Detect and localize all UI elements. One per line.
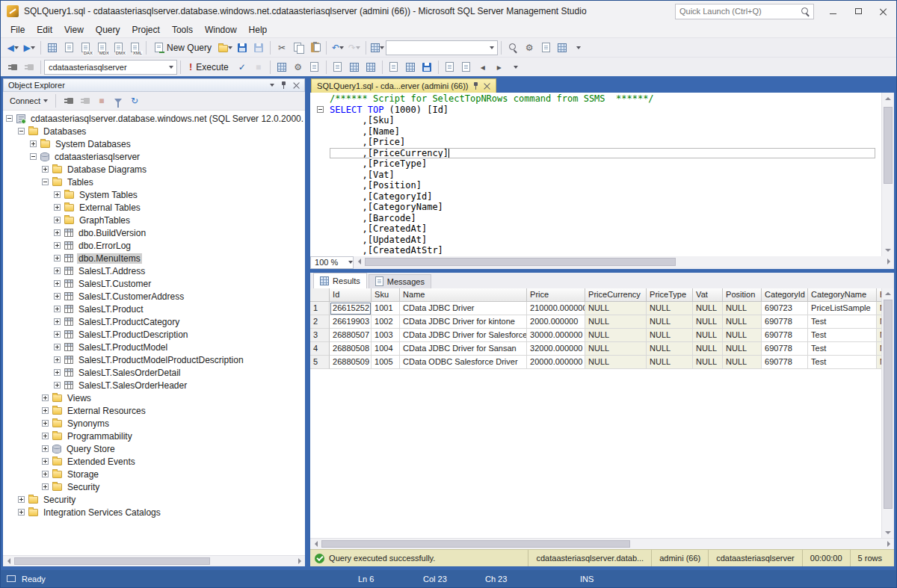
new-dax-query-icon[interactable]: DAX <box>77 40 93 56</box>
expand-icon[interactable] <box>18 509 25 516</box>
launch-profiler-icon[interactable] <box>369 40 386 56</box>
menu-window[interactable]: Window <box>199 23 243 37</box>
paste-icon[interactable] <box>306 40 323 56</box>
grid-cell[interactable]: NULL <box>647 315 693 329</box>
maximize-button[interactable] <box>845 1 871 22</box>
chevron-down-icon[interactable] <box>486 41 497 55</box>
grid-hscrollbar[interactable] <box>310 538 894 549</box>
tree-item-dbo-buildversion[interactable]: dbo.BuildVersion <box>3 226 305 239</box>
expand-icon[interactable] <box>42 433 49 439</box>
code-line[interactable]: ,[Name] <box>310 126 881 137</box>
tree-item-query-store[interactable]: Query Store <box>3 442 305 455</box>
collapse-icon[interactable] <box>18 128 25 134</box>
column-header-name[interactable]: Name <box>400 288 527 302</box>
grid-cell[interactable]: NULL <box>723 302 762 315</box>
save-icon[interactable] <box>234 40 250 56</box>
intellisense-icon[interactable] <box>306 59 323 75</box>
column-header-id[interactable]: Id <box>330 288 372 302</box>
tree-item-cdataasteriasqlserver[interactable]: cdataasteriasqlserver <box>3 150 305 163</box>
connect-button[interactable]: Connect <box>7 93 51 108</box>
tree-item-system-databases[interactable]: System Databases <box>3 137 305 150</box>
grid-cell[interactable]: 26880508 <box>330 342 372 356</box>
collapse-region-icon[interactable] <box>317 106 324 113</box>
grid-cell[interactable]: 690778 <box>762 342 808 356</box>
properties-window-icon[interactable]: ⚙ <box>521 40 537 56</box>
tree-item-databases[interactable]: Databases <box>3 125 305 137</box>
grid-cell[interactable]: CData JDBC Driver for kintone <box>400 315 527 329</box>
scroll-down-icon[interactable] <box>882 245 894 256</box>
execute-button[interactable]: !Execute <box>184 59 234 75</box>
code-line[interactable]: ,[UpdatedAt] <box>310 235 881 246</box>
expand-icon[interactable] <box>54 293 61 300</box>
grid-cell[interactable]: Test <box>808 329 877 342</box>
chevron-down-icon[interactable] <box>165 61 176 74</box>
grid-cell[interactable]: 1003 <box>372 329 400 342</box>
new-dmx-query-icon[interactable]: DMX <box>110 40 126 56</box>
tree-item-security[interactable]: Security <box>3 480 305 493</box>
scroll-thumb[interactable] <box>365 258 676 266</box>
menu-query[interactable]: Query <box>90 23 126 37</box>
row-number[interactable]: 3 <box>310 329 330 342</box>
window-position-icon[interactable] <box>270 84 274 89</box>
tree-item-dbo-menuitems[interactable]: dbo.MenuItems <box>3 252 305 264</box>
scroll-up-icon[interactable] <box>882 93 894 104</box>
grid-cell[interactable]: 1001 <box>372 302 400 315</box>
close-button[interactable] <box>871 1 896 22</box>
collapse-icon[interactable] <box>42 179 49 185</box>
expand-icon[interactable] <box>42 420 49 427</box>
expand-icon[interactable] <box>54 331 61 338</box>
connect-database-icon[interactable] <box>4 59 21 75</box>
code-line[interactable]: /****** Script for SelectTopNRows comman… <box>310 93 881 105</box>
new-database-engine-query-icon[interactable] <box>61 40 77 56</box>
row-number[interactable]: 4 <box>310 342 330 356</box>
grid-cell[interactable]: 26880507 <box>330 329 372 342</box>
tree-item-storage[interactable]: Storage <box>3 468 305 480</box>
grid-cell[interactable]: NULL <box>647 329 693 342</box>
grid-cell[interactable]: 690778 <box>762 356 808 369</box>
find-combo[interactable] <box>386 40 498 55</box>
code-line[interactable]: SELECT TOP (1000) [Id] <box>310 105 881 116</box>
row-number[interactable]: 2 <box>310 315 330 329</box>
object-explorer-icon[interactable] <box>554 40 570 56</box>
scroll-track[interactable] <box>14 556 294 566</box>
query-options-icon[interactable]: ⚙ <box>290 59 306 75</box>
code-line[interactable]: ,[CategoryId] <box>310 191 881 202</box>
menu-help[interactable]: Help <box>243 23 274 37</box>
expand-icon[interactable] <box>54 280 61 287</box>
code-line[interactable]: ,[PriceType] <box>310 158 881 170</box>
decrease-indent-icon[interactable]: ◂ <box>475 59 491 75</box>
filter-icon[interactable] <box>110 93 126 109</box>
grid-cell[interactable]: NULL <box>693 342 723 356</box>
connect-plug-icon[interactable] <box>61 93 77 109</box>
grid-cell[interactable]: NULL <box>647 302 693 315</box>
grid-cell[interactable]: PriceListSample <box>808 302 877 315</box>
expand-icon[interactable] <box>42 471 49 477</box>
tree-item-programmability[interactable]: Programmability <box>3 430 305 442</box>
expand-icon[interactable] <box>42 166 49 173</box>
tab-sqlquery1[interactable]: SQLQuery1.sql - cda...erver (admini (66)… <box>311 78 496 93</box>
menu-edit[interactable]: Edit <box>31 23 58 37</box>
scroll-right-icon[interactable] <box>294 556 305 566</box>
column-header-price[interactable]: Price <box>527 288 585 302</box>
grid-cell[interactable]: 26615252 <box>330 302 372 315</box>
oe-hscrollbar[interactable] <box>3 555 305 566</box>
scroll-track[interactable] <box>321 539 883 549</box>
new-query-button[interactable]: New Query <box>150 40 217 56</box>
tree-item-saleslt-productmodelproductdescription[interactable]: SalesLT.ProductModelProductDescription <box>3 353 305 366</box>
expand-icon[interactable] <box>54 318 61 325</box>
code-line[interactable]: ,[Sku] <box>310 115 881 126</box>
grid-corner[interactable] <box>310 288 330 302</box>
tree-item-dbo-errorlog[interactable]: dbo.ErrorLog <box>3 239 305 252</box>
tree-item-system-tables[interactable]: System Tables <box>3 188 305 201</box>
code-line[interactable]: ,[Vat] <box>310 170 881 181</box>
nav-forward-icon[interactable]: ▶ <box>21 40 37 56</box>
scroll-down-icon[interactable] <box>882 527 894 538</box>
grid-cell[interactable]: 210000.000000 <box>527 302 585 315</box>
grid-cell[interactable]: Test <box>808 356 877 369</box>
grid-cell[interactable]: Test <box>808 315 877 329</box>
expand-icon[interactable] <box>54 191 61 198</box>
menu-file[interactable]: File <box>4 23 31 37</box>
expand-icon[interactable] <box>42 407 49 414</box>
grid-cell[interactable]: 1002 <box>372 315 400 329</box>
grid-cell[interactable]: NULL <box>723 356 762 369</box>
